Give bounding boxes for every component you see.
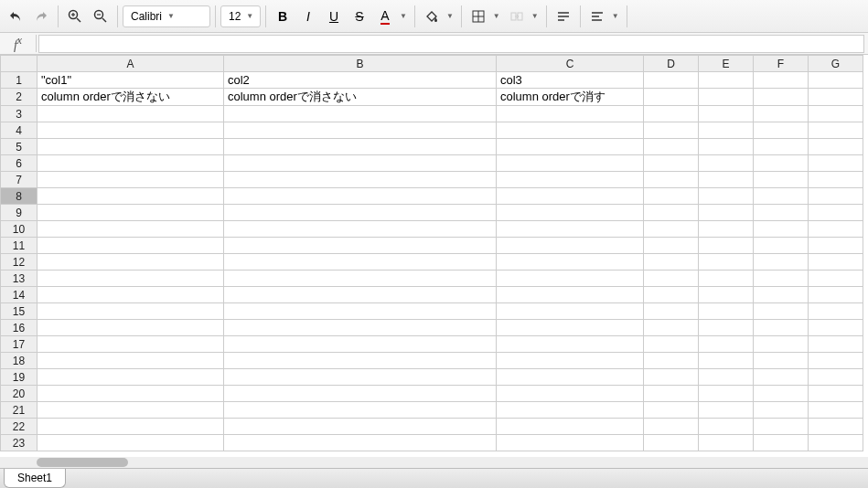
cell-E8[interactable] (699, 188, 754, 205)
cell-E5[interactable] (699, 139, 754, 155)
cell-E21[interactable] (699, 402, 754, 419)
row-header-6[interactable]: 6 (1, 155, 38, 172)
cell-E14[interactable] (699, 287, 754, 303)
cell-A8[interactable] (38, 188, 224, 205)
cell-F14[interactable] (754, 287, 809, 303)
select-all-corner[interactable] (1, 56, 38, 72)
cell-B14[interactable] (224, 287, 497, 303)
bold-button[interactable]: B (271, 5, 295, 28)
cell-F10[interactable] (754, 221, 809, 238)
cell-A15[interactable] (38, 303, 224, 320)
wrap-text-button[interactable] (552, 5, 575, 28)
zoom-in-button[interactable] (63, 5, 87, 28)
cell-A6[interactable] (38, 155, 224, 172)
row-header-15[interactable]: 15 (1, 303, 38, 320)
cell-D10[interactable] (644, 221, 699, 238)
cell-C14[interactable] (497, 287, 644, 303)
font-color-main[interactable]: A (373, 5, 397, 28)
row-header-2[interactable]: 2 (1, 89, 38, 106)
strikethrough-button[interactable]: S (348, 5, 371, 28)
cell-E13[interactable] (699, 271, 754, 287)
cell-A17[interactable] (38, 336, 224, 353)
cell-D9[interactable] (644, 205, 699, 221)
cell-G20[interactable] (809, 386, 863, 402)
cell-D17[interactable] (644, 336, 699, 353)
merge-main[interactable] (505, 5, 529, 28)
cell-G9[interactable] (809, 205, 863, 221)
cell-B15[interactable] (224, 303, 497, 320)
cell-C6[interactable] (497, 155, 644, 172)
cell-G5[interactable] (809, 139, 863, 155)
cell-D13[interactable] (644, 271, 699, 287)
cell-D19[interactable] (644, 369, 699, 386)
zoom-out-button[interactable] (89, 5, 113, 28)
cell-F12[interactable] (754, 254, 809, 271)
chevron-down-icon[interactable]: ▼ (529, 12, 541, 20)
cell-A20[interactable] (38, 386, 224, 402)
cell-F17[interactable] (754, 336, 809, 353)
borders-button[interactable]: ▼ (466, 5, 503, 28)
cell-D18[interactable] (644, 353, 699, 369)
cell-G21[interactable] (809, 402, 863, 419)
cell-A1[interactable]: "col1" (38, 72, 224, 89)
cell-D7[interactable] (644, 172, 699, 188)
row-header-5[interactable]: 5 (1, 139, 38, 155)
font-size-combo[interactable]: 12 ▼ (220, 5, 261, 27)
chevron-down-icon[interactable]: ▼ (397, 12, 410, 20)
column-header-A[interactable]: A (38, 56, 224, 72)
cell-B5[interactable] (224, 139, 497, 155)
cell-B18[interactable] (224, 353, 497, 369)
row-header-4[interactable]: 4 (1, 122, 38, 139)
cell-F3[interactable] (754, 106, 809, 122)
cell-G8[interactable] (809, 188, 863, 205)
cell-G17[interactable] (809, 336, 863, 353)
font-color-button[interactable]: A ▼ (373, 5, 410, 28)
cell-F4[interactable] (754, 122, 809, 139)
align-main[interactable] (585, 5, 609, 28)
cell-G14[interactable] (809, 287, 863, 303)
cell-C7[interactable] (497, 172, 644, 188)
cell-E4[interactable] (699, 122, 754, 139)
cell-G6[interactable] (809, 155, 863, 172)
cell-A23[interactable] (38, 435, 224, 451)
row-header-13[interactable]: 13 (1, 271, 38, 287)
column-header-F[interactable]: F (754, 56, 809, 72)
cell-G16[interactable] (809, 320, 863, 336)
fill-color-button[interactable]: ▼ (420, 5, 456, 28)
underline-button[interactable]: U (322, 5, 346, 28)
cell-F11[interactable] (754, 238, 809, 254)
cell-C9[interactable] (497, 205, 644, 221)
cell-C3[interactable] (497, 106, 644, 122)
cell-D14[interactable] (644, 287, 699, 303)
cell-C22[interactable] (497, 419, 644, 435)
undo-button[interactable] (4, 5, 27, 28)
cell-A11[interactable] (38, 238, 224, 254)
cell-B4[interactable] (224, 122, 497, 139)
cell-G2[interactable] (809, 89, 863, 106)
row-header-19[interactable]: 19 (1, 369, 38, 386)
cell-C5[interactable] (497, 139, 644, 155)
cell-D16[interactable] (644, 320, 699, 336)
cell-F1[interactable] (754, 72, 809, 89)
redo-button[interactable] (29, 5, 53, 28)
row-header-17[interactable]: 17 (1, 336, 38, 353)
cell-A10[interactable] (38, 221, 224, 238)
cell-D5[interactable] (644, 139, 699, 155)
cell-E23[interactable] (699, 435, 754, 451)
row-header-14[interactable]: 14 (1, 287, 38, 303)
cell-F9[interactable] (754, 205, 809, 221)
cell-B10[interactable] (224, 221, 497, 238)
cell-E7[interactable] (699, 172, 754, 188)
cell-F2[interactable] (754, 89, 809, 106)
cell-F6[interactable] (754, 155, 809, 172)
cell-E2[interactable] (699, 89, 754, 106)
sheet-tab[interactable]: Sheet1 (4, 469, 66, 488)
cell-B6[interactable] (224, 155, 497, 172)
italic-button[interactable]: I (296, 5, 320, 28)
cell-G19[interactable] (809, 369, 863, 386)
cell-B2[interactable]: column orderで消さない (224, 89, 497, 106)
cell-A22[interactable] (38, 419, 224, 435)
cell-E1[interactable] (699, 72, 754, 89)
cell-A14[interactable] (38, 287, 224, 303)
cell-D2[interactable] (644, 89, 699, 106)
